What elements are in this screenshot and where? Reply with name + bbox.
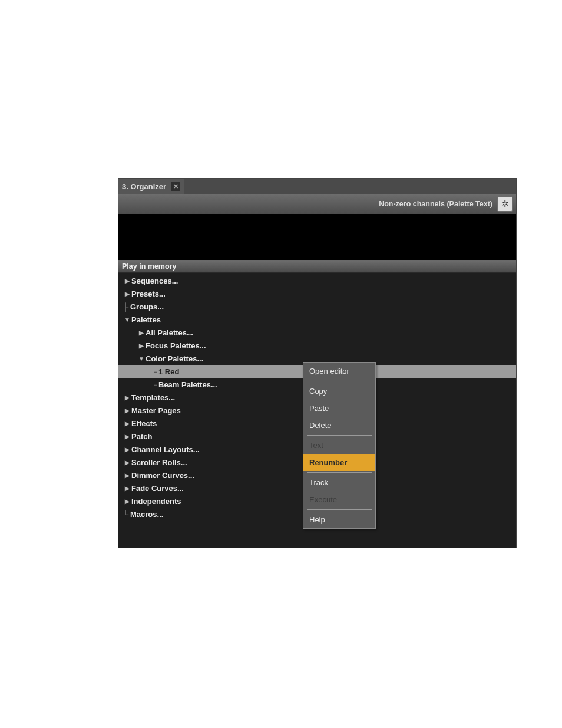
chevron-right-icon: ▶ [123,278,131,284]
tree-item-focus-palettes[interactable]: ▶ Focus Palettes... [118,339,516,352]
menu-open-editor[interactable]: Open editor [303,363,375,380]
tree-label: All Palettes... [146,328,193,337]
tree-branch-icon: └ [123,510,130,519]
tree-label: Dimmer Curves... [131,471,194,480]
tree-label: Channel Layouts... [131,445,200,454]
tree-item-presets[interactable]: ▶ Presets... [118,287,516,300]
chevron-right-icon: ▶ [137,342,146,349]
chevron-right-icon: ▶ [123,291,131,297]
menu-renumber[interactable]: Renumber [303,454,375,471]
menu-help[interactable]: Help [303,511,375,528]
chevron-right-icon: ▶ [123,485,131,492]
toolbar-status: Non-zero channels (Palette Text) [379,200,492,208]
chevron-right-icon: ▶ [123,394,131,401]
gear-icon[interactable]: ✲ [497,196,513,212]
menu-label: Copy [309,387,327,396]
tree-item-groups[interactable]: ├ Groups... [118,300,516,313]
menu-paste[interactable]: Paste [303,400,375,417]
tree-item-sequences[interactable]: ▶ Sequences... [118,274,516,287]
menu-separator [307,472,372,473]
section-header: Play in memory [118,260,516,273]
tree-label: Presets... [131,289,166,298]
section-title: Play in memory [122,262,176,271]
menu-delete[interactable]: Delete [303,417,375,434]
menu-execute: Execute [303,491,375,508]
tree-label: Fade Curves... [131,484,184,493]
tree-label: Focus Palettes... [146,341,206,350]
tree-label: Independents [131,497,181,506]
menu-label: Text [309,441,323,450]
tree-label: Palettes [131,315,161,324]
menu-label: Open editor [309,367,349,375]
tree-label: Groups... [130,302,164,311]
tree-label: Sequences... [131,276,178,285]
menu-track[interactable]: Track [303,474,375,491]
menu-copy[interactable]: Copy [303,383,375,400]
chevron-right-icon: ▶ [123,472,131,479]
close-icon[interactable]: ✕ [171,182,180,191]
tree-label: Color Palettes... [146,354,203,363]
menu-label: Help [309,515,325,524]
chevron-right-icon: ▶ [123,433,131,440]
menu-separator [307,381,372,381]
tree-label: 1 Red [158,367,179,376]
menu-text: Text [303,437,375,454]
tree-branch-icon: ├ [123,302,130,311]
menu-label: Track [309,478,328,487]
menu-label: Delete [309,421,332,430]
tab-organizer[interactable]: 3. Organizer ✕ [118,179,184,194]
menu-separator [307,509,372,510]
tree-label: Templates... [131,393,175,402]
chevron-right-icon: ▶ [123,420,131,427]
tree-branch-icon: └ [151,380,158,389]
tree-label: Effects [131,419,157,428]
chevron-right-icon: ▶ [123,459,131,466]
tab-bar: 3. Organizer ✕ [118,179,516,194]
toolbar: Non-zero channels (Palette Text) ✲ [118,194,516,214]
tree-label: Beam Palettes... [158,380,217,389]
chevron-right-icon: ▶ [123,498,131,505]
tree-item-palettes[interactable]: ▼ Palettes [118,313,516,326]
tree-label: Patch [131,432,152,441]
menu-label: Renumber [309,458,347,467]
chevron-down-icon: ▼ [137,355,146,362]
tree-branch-icon: └ [151,367,158,376]
chevron-down-icon: ▼ [123,317,131,323]
chevron-right-icon: ▶ [123,446,131,453]
menu-label: Execute [309,495,337,504]
menu-label: Paste [309,404,329,413]
content-area [118,214,516,260]
menu-separator [307,435,372,436]
tree-label: Macros... [130,510,163,519]
tree-item-all-palettes[interactable]: ▶ All Palettes... [118,326,516,339]
context-menu: Open editor Copy Paste Delete Text Renum… [303,362,376,529]
chevron-right-icon: ▶ [123,407,131,414]
chevron-right-icon: ▶ [137,330,146,336]
tree-label: Scroller Rolls... [131,458,187,467]
tree-label: Master Pages [131,406,181,415]
tab-title: 3. Organizer [122,182,166,191]
